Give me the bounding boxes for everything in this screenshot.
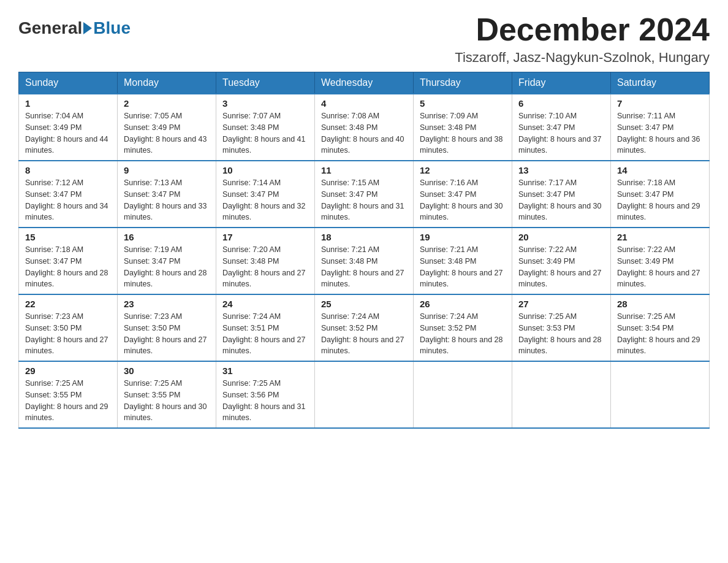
- day-info: Sunrise: 7:04 AMSunset: 3:49 PMDaylight:…: [25, 110, 111, 156]
- calendar-week-3: 15Sunrise: 7:18 AMSunset: 3:47 PMDayligh…: [19, 228, 710, 294]
- day-number: 16: [124, 232, 210, 242]
- day-info: Sunrise: 7:10 AMSunset: 3:47 PMDaylight:…: [518, 110, 604, 156]
- day-number: 13: [518, 165, 604, 175]
- day-info: Sunrise: 7:25 AMSunset: 3:55 PMDaylight:…: [25, 378, 111, 424]
- day-info: Sunrise: 7:23 AMSunset: 3:50 PMDaylight:…: [25, 311, 111, 357]
- day-number: 10: [222, 165, 308, 175]
- col-header-saturday: Saturday: [611, 72, 710, 94]
- logo-blue-text: Blue: [93, 18, 131, 38]
- day-number: 4: [321, 98, 407, 109]
- day-cell-8: 8Sunrise: 7:12 AMSunset: 3:47 PMDaylight…: [19, 161, 118, 228]
- location-title: Tiszaroff, Jasz-Nagykun-Szolnok, Hungary: [455, 50, 710, 66]
- col-header-tuesday: Tuesday: [216, 72, 315, 94]
- calendar-week-4: 22Sunrise: 7:23 AMSunset: 3:50 PMDayligh…: [19, 294, 710, 361]
- day-number: 28: [617, 299, 703, 309]
- day-cell-6: 6Sunrise: 7:10 AMSunset: 3:47 PMDaylight…: [512, 94, 611, 161]
- day-cell-20: 20Sunrise: 7:22 AMSunset: 3:49 PMDayligh…: [512, 228, 611, 294]
- col-header-sunday: Sunday: [19, 72, 118, 94]
- calendar-week-2: 8Sunrise: 7:12 AMSunset: 3:47 PMDaylight…: [19, 161, 710, 228]
- calendar-week-1: 1Sunrise: 7:04 AMSunset: 3:49 PMDaylight…: [19, 94, 710, 161]
- day-number: 12: [420, 165, 506, 175]
- day-info: Sunrise: 7:25 AMSunset: 3:56 PMDaylight:…: [222, 378, 308, 424]
- day-info: Sunrise: 7:08 AMSunset: 3:48 PMDaylight:…: [321, 110, 407, 156]
- day-cell-17: 17Sunrise: 7:20 AMSunset: 3:48 PMDayligh…: [216, 228, 315, 294]
- day-cell-14: 14Sunrise: 7:18 AMSunset: 3:47 PMDayligh…: [611, 161, 710, 228]
- title-section: December 2024 Tiszaroff, Jasz-Nagykun-Sz…: [455, 12, 710, 66]
- day-number: 29: [25, 366, 111, 376]
- day-info: Sunrise: 7:24 AMSunset: 3:52 PMDaylight:…: [321, 311, 407, 357]
- day-info: Sunrise: 7:22 AMSunset: 3:49 PMDaylight:…: [518, 244, 604, 290]
- day-number: 2: [124, 98, 210, 109]
- day-info: Sunrise: 7:22 AMSunset: 3:49 PMDaylight:…: [617, 244, 703, 290]
- day-info: Sunrise: 7:25 AMSunset: 3:54 PMDaylight:…: [617, 311, 703, 357]
- day-cell-7: 7Sunrise: 7:11 AMSunset: 3:47 PMDaylight…: [611, 94, 710, 161]
- day-cell-19: 19Sunrise: 7:21 AMSunset: 3:48 PMDayligh…: [414, 228, 512, 294]
- day-cell-1: 1Sunrise: 7:04 AMSunset: 3:49 PMDaylight…: [19, 94, 118, 161]
- calendar-table: SundayMondayTuesdayWednesdayThursdayFrid…: [18, 72, 710, 429]
- day-cell-22: 22Sunrise: 7:23 AMSunset: 3:50 PMDayligh…: [19, 294, 118, 361]
- day-number: 8: [25, 165, 111, 175]
- logo: General Blue: [18, 12, 131, 38]
- col-header-monday: Monday: [118, 72, 216, 94]
- col-header-wednesday: Wednesday: [315, 72, 414, 94]
- day-info: Sunrise: 7:07 AMSunset: 3:48 PMDaylight:…: [222, 110, 308, 156]
- day-cell-23: 23Sunrise: 7:23 AMSunset: 3:50 PMDayligh…: [118, 294, 216, 361]
- day-cell-25: 25Sunrise: 7:24 AMSunset: 3:52 PMDayligh…: [315, 294, 414, 361]
- day-cell-4: 4Sunrise: 7:08 AMSunset: 3:48 PMDaylight…: [315, 94, 414, 161]
- day-info: Sunrise: 7:20 AMSunset: 3:48 PMDaylight:…: [222, 244, 308, 290]
- day-number: 19: [420, 232, 506, 242]
- day-cell-28: 28Sunrise: 7:25 AMSunset: 3:54 PMDayligh…: [611, 294, 710, 361]
- page-header: General Blue December 2024 Tiszaroff, Ja…: [18, 12, 710, 66]
- day-number: 9: [124, 165, 210, 175]
- logo-arrow-icon: [83, 22, 92, 34]
- day-info: Sunrise: 7:23 AMSunset: 3:50 PMDaylight:…: [124, 311, 210, 357]
- day-number: 6: [518, 98, 604, 109]
- day-info: Sunrise: 7:24 AMSunset: 3:51 PMDaylight:…: [222, 311, 308, 357]
- day-cell-11: 11Sunrise: 7:15 AMSunset: 3:47 PMDayligh…: [315, 161, 414, 228]
- day-number: 15: [25, 232, 111, 242]
- day-cell-13: 13Sunrise: 7:17 AMSunset: 3:47 PMDayligh…: [512, 161, 611, 228]
- day-number: 21: [617, 232, 703, 242]
- day-cell-16: 16Sunrise: 7:19 AMSunset: 3:47 PMDayligh…: [118, 228, 216, 294]
- logo-general-text: General: [18, 18, 82, 38]
- day-info: Sunrise: 7:18 AMSunset: 3:47 PMDaylight:…: [25, 244, 111, 290]
- calendar-week-5: 29Sunrise: 7:25 AMSunset: 3:55 PMDayligh…: [19, 361, 710, 428]
- day-info: Sunrise: 7:12 AMSunset: 3:47 PMDaylight:…: [25, 177, 111, 223]
- day-cell-31: 31Sunrise: 7:25 AMSunset: 3:56 PMDayligh…: [216, 361, 315, 428]
- day-cell-3: 3Sunrise: 7:07 AMSunset: 3:48 PMDaylight…: [216, 94, 315, 161]
- day-number: 18: [321, 232, 407, 242]
- day-info: Sunrise: 7:14 AMSunset: 3:47 PMDaylight:…: [222, 177, 308, 223]
- day-number: 3: [222, 98, 308, 109]
- day-cell-24: 24Sunrise: 7:24 AMSunset: 3:51 PMDayligh…: [216, 294, 315, 361]
- day-cell-18: 18Sunrise: 7:21 AMSunset: 3:48 PMDayligh…: [315, 228, 414, 294]
- header-row: SundayMondayTuesdayWednesdayThursdayFrid…: [19, 72, 710, 94]
- day-number: 7: [617, 98, 703, 109]
- month-title: December 2024: [455, 12, 710, 47]
- day-info: Sunrise: 7:17 AMSunset: 3:47 PMDaylight:…: [518, 177, 604, 223]
- day-cell-27: 27Sunrise: 7:25 AMSunset: 3:53 PMDayligh…: [512, 294, 611, 361]
- day-cell-5: 5Sunrise: 7:09 AMSunset: 3:48 PMDaylight…: [414, 94, 512, 161]
- day-info: Sunrise: 7:16 AMSunset: 3:47 PMDaylight:…: [420, 177, 506, 223]
- empty-cell: [512, 361, 611, 428]
- day-cell-15: 15Sunrise: 7:18 AMSunset: 3:47 PMDayligh…: [19, 228, 118, 294]
- empty-cell: [611, 361, 710, 428]
- day-info: Sunrise: 7:13 AMSunset: 3:47 PMDaylight:…: [124, 177, 210, 223]
- day-number: 5: [420, 98, 506, 109]
- day-info: Sunrise: 7:18 AMSunset: 3:47 PMDaylight:…: [617, 177, 703, 223]
- day-info: Sunrise: 7:25 AMSunset: 3:55 PMDaylight:…: [124, 378, 210, 424]
- col-header-friday: Friday: [512, 72, 611, 94]
- day-info: Sunrise: 7:11 AMSunset: 3:47 PMDaylight:…: [617, 110, 703, 156]
- day-number: 25: [321, 299, 407, 309]
- day-info: Sunrise: 7:24 AMSunset: 3:52 PMDaylight:…: [420, 311, 506, 357]
- day-info: Sunrise: 7:21 AMSunset: 3:48 PMDaylight:…: [321, 244, 407, 290]
- day-cell-9: 9Sunrise: 7:13 AMSunset: 3:47 PMDaylight…: [118, 161, 216, 228]
- day-number: 1: [25, 98, 111, 109]
- day-cell-12: 12Sunrise: 7:16 AMSunset: 3:47 PMDayligh…: [414, 161, 512, 228]
- day-cell-2: 2Sunrise: 7:05 AMSunset: 3:49 PMDaylight…: [118, 94, 216, 161]
- day-number: 14: [617, 165, 703, 175]
- day-info: Sunrise: 7:09 AMSunset: 3:48 PMDaylight:…: [420, 110, 506, 156]
- day-number: 20: [518, 232, 604, 242]
- day-info: Sunrise: 7:25 AMSunset: 3:53 PMDaylight:…: [518, 311, 604, 357]
- day-number: 27: [518, 299, 604, 309]
- day-number: 22: [25, 299, 111, 309]
